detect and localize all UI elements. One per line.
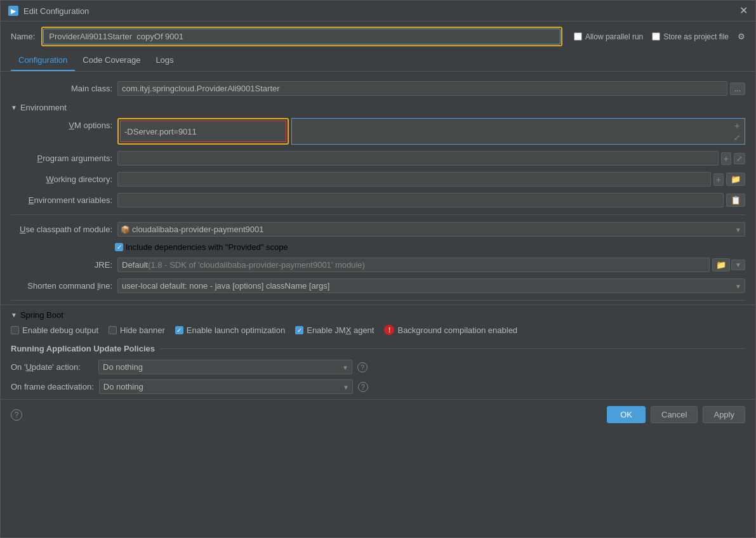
working-directory-row: Working directory: + 📁 bbox=[1, 169, 755, 190]
spring-boot-collapse-icon: ▼ bbox=[11, 312, 17, 318]
main-class-input[interactable] bbox=[117, 81, 727, 96]
enable-jmx-option: ✓ Enable JMX agent bbox=[295, 325, 374, 335]
vm-options-outer bbox=[117, 118, 289, 145]
tabs-bar: Configuration Code Coverage Logs bbox=[1, 50, 755, 72]
on-frame-row: On frame deactivation: Do nothing ▼ ? bbox=[11, 377, 745, 397]
close-button[interactable]: ✕ bbox=[739, 6, 748, 16]
vm-options-input[interactable] bbox=[120, 121, 286, 142]
working-directory-browse-button[interactable]: 📁 bbox=[726, 173, 745, 186]
cancel-button[interactable]: Cancel bbox=[651, 406, 698, 423]
enable-jmx-label: Enable JMX agent bbox=[307, 325, 374, 335]
tab-configuration[interactable]: Configuration bbox=[11, 50, 75, 71]
classpath-select[interactable]: cloudalibaba-provider-payment9001 bbox=[117, 222, 745, 237]
working-directory-add-button[interactable]: + bbox=[713, 173, 724, 186]
edit-configuration-dialog: ▶ Edit Configuration ✕ Name: Allow paral… bbox=[0, 0, 756, 538]
hide-banner-checkbox[interactable] bbox=[109, 326, 117, 334]
hide-banner-label: Hide banner bbox=[120, 325, 165, 335]
on-frame-help-icon[interactable]: ? bbox=[358, 382, 368, 392]
enable-debug-checkbox[interactable] bbox=[11, 326, 19, 334]
program-arguments-row: Program arguments: + ⤢ bbox=[1, 148, 755, 169]
spring-boot-options: Enable debug output Hide banner ✓ Enable… bbox=[1, 322, 755, 339]
title-bar: ▶ Edit Configuration ✕ bbox=[1, 1, 755, 22]
enable-launch-label: Enable launch optimization bbox=[187, 325, 285, 335]
environment-variables-row: Environment variables: 📋 bbox=[1, 190, 755, 211]
on-update-label: On 'Update' action: bbox=[11, 362, 93, 372]
environment-label: Environment bbox=[20, 103, 67, 112]
on-update-help-icon[interactable]: ? bbox=[357, 362, 368, 372]
vm-options-actions: + ⤢ bbox=[732, 120, 742, 143]
program-arguments-expand-button[interactable]: ⤢ bbox=[734, 153, 745, 164]
environment-header[interactable]: ▼ Environment bbox=[11, 103, 745, 112]
content-area: Main class: ... ▼ Environment VM options… bbox=[1, 72, 755, 399]
vm-options-label: VM options: bbox=[11, 118, 112, 130]
program-arguments-label: Program arguments: bbox=[11, 151, 112, 163]
vm-options-expand-button[interactable]: ⤢ bbox=[732, 133, 742, 143]
program-arguments-add-button[interactable]: + bbox=[721, 152, 731, 165]
enable-jmx-checkbox[interactable]: ✓ bbox=[295, 326, 303, 334]
footer-right: OK Cancel Apply bbox=[607, 406, 745, 423]
collapse-triangle-icon: ▼ bbox=[11, 104, 17, 111]
include-dependencies-row: ✓ Include dependencies with "Provided" s… bbox=[1, 240, 755, 254]
classpath-label: Use classpath of module: bbox=[11, 222, 112, 234]
running-policies-section: Running Application Update Policies On '… bbox=[1, 341, 755, 399]
main-class-row: Main class: ... bbox=[1, 78, 755, 99]
allow-parallel-run-checkbox[interactable]: Allow parallel run bbox=[574, 32, 643, 41]
vm-options-expand-area: + ⤢ bbox=[291, 118, 745, 145]
jre-browse-button[interactable]: 📁 bbox=[712, 258, 730, 272]
allow-parallel-run-label: Allow parallel run bbox=[585, 32, 643, 41]
jre-sdk-text: (1.8 - SDK of 'cloudalibaba-provider-pay… bbox=[148, 260, 365, 270]
include-dependencies-label: Include dependencies with "Provided" sco… bbox=[126, 242, 288, 252]
on-frame-select[interactable]: Do nothing bbox=[99, 379, 353, 394]
dialog-title: Edit Configuration bbox=[23, 6, 734, 16]
enable-debug-option: Enable debug output bbox=[11, 325, 98, 335]
apply-button[interactable]: Apply bbox=[703, 406, 745, 423]
jre-row: JRE: Default (1.8 - SDK of 'cloudalibaba… bbox=[1, 254, 755, 275]
environment-variables-browse-button[interactable]: 📋 bbox=[726, 194, 745, 207]
spring-boot-section: ▼ Spring Boot Enable debug output Hide b… bbox=[1, 305, 755, 339]
footer-left: ? bbox=[11, 409, 22, 421]
hide-banner-option: Hide banner bbox=[109, 325, 165, 335]
name-label: Name: bbox=[11, 32, 35, 41]
tab-logs[interactable]: Logs bbox=[148, 50, 181, 71]
tab-code-coverage[interactable]: Code Coverage bbox=[75, 50, 148, 71]
enable-launch-option: ✓ Enable launch optimization bbox=[175, 325, 285, 335]
footer: ? OK Cancel Apply bbox=[1, 399, 755, 430]
shorten-command-label: Shorten command line: bbox=[11, 279, 112, 291]
working-directory-input[interactable] bbox=[117, 172, 711, 187]
on-update-row: On 'Update' action: Do nothing ▼ ? bbox=[11, 357, 745, 377]
spring-boot-header[interactable]: ▼ Spring Boot bbox=[1, 308, 755, 322]
on-frame-label: On frame deactivation: bbox=[11, 382, 94, 391]
environment-variables-input[interactable] bbox=[117, 193, 724, 207]
background-compilation-warning-icon: ! bbox=[384, 325, 394, 335]
gear-icon[interactable]: ⚙ bbox=[738, 32, 745, 41]
help-icon[interactable]: ? bbox=[11, 409, 22, 421]
shorten-command-select[interactable]: user-local default: none - java [options… bbox=[117, 279, 745, 293]
background-compilation-label: Background compilation enabled bbox=[397, 325, 517, 335]
jre-dropdown-button[interactable]: ▼ bbox=[731, 259, 745, 270]
ok-button[interactable]: OK bbox=[607, 406, 646, 423]
dialog-icon: ▶ bbox=[8, 6, 18, 16]
enable-launch-checkbox[interactable]: ✓ bbox=[175, 326, 183, 334]
environment-variables-label: Environment variables: bbox=[11, 193, 112, 205]
enable-debug-label: Enable debug output bbox=[22, 325, 98, 335]
spring-boot-label: Spring Boot bbox=[20, 310, 63, 320]
jre-label: JRE: bbox=[11, 258, 112, 270]
name-input[interactable] bbox=[43, 29, 560, 44]
on-update-select[interactable]: Do nothing bbox=[98, 360, 352, 374]
jre-default-text: Default bbox=[122, 260, 148, 270]
shorten-command-row: Shorten command line: user-local default… bbox=[1, 275, 755, 296]
background-compilation-option: ! Background compilation enabled bbox=[384, 325, 517, 335]
vm-options-add-button[interactable]: + bbox=[732, 120, 742, 131]
main-class-label: Main class: bbox=[11, 81, 112, 93]
vm-options-row: VM options: + ⤢ bbox=[1, 115, 755, 148]
include-dependencies-checkbox[interactable]: ✓ bbox=[115, 243, 123, 251]
store-as-project-checkbox[interactable]: Store as project file bbox=[652, 32, 729, 41]
running-policies-title: Running Application Update Policies bbox=[11, 344, 745, 353]
jre-input: Default (1.8 - SDK of 'cloudalibaba-prov… bbox=[117, 258, 710, 272]
main-class-browse-button[interactable]: ... bbox=[730, 82, 745, 95]
program-arguments-input[interactable] bbox=[117, 151, 719, 166]
store-as-project-label: Store as project file bbox=[663, 32, 729, 41]
environment-section: ▼ Environment bbox=[1, 99, 755, 115]
classpath-row: Use classpath of module: cloudalibaba-pr… bbox=[1, 219, 755, 240]
main-class-value: ... bbox=[117, 81, 745, 96]
